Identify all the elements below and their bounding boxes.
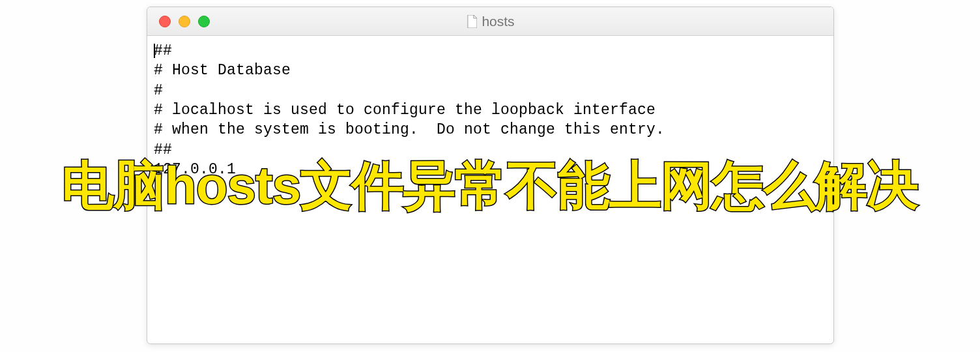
window-title: hosts xyxy=(482,14,514,29)
window-titlebar[interactable]: hosts xyxy=(147,7,833,36)
file-icon xyxy=(466,15,476,28)
overlay-caption: 电脑hosts文件异常不能上网怎么解决 xyxy=(0,151,980,222)
text-line: # xyxy=(154,82,163,99)
text-line: # localhost is used to configure the loo… xyxy=(154,102,656,119)
text-line: ## xyxy=(154,42,172,59)
traffic-lights xyxy=(147,16,210,27)
minimize-button[interactable] xyxy=(179,16,190,27)
text-line: # when the system is booting. Do not cha… xyxy=(154,121,665,138)
title-center: hosts xyxy=(466,14,514,29)
text-line: # Host Database xyxy=(154,62,291,79)
close-button[interactable] xyxy=(159,16,171,27)
maximize-button[interactable] xyxy=(198,16,210,27)
